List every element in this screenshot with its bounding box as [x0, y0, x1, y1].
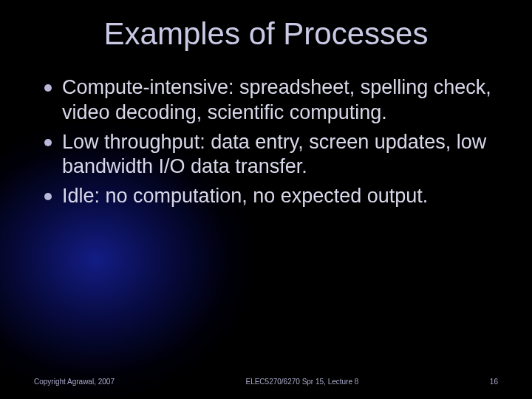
- slide-title: Examples of Processes: [0, 0, 532, 52]
- slide-body: Compute-intensive: spreadsheet, spelling…: [0, 75, 532, 209]
- footer-course: ELEC5270/6270 Spr 15, Lecture 8: [245, 378, 358, 386]
- footer-copyright: Copyright Agrawal, 2007: [34, 378, 115, 386]
- bullet-text: Idle: no computation, no expected output…: [62, 184, 428, 209]
- bullet-icon: [44, 139, 52, 146]
- footer-page-number: 16: [490, 378, 498, 386]
- bullet-icon: [44, 193, 52, 200]
- bullet-text: Compute-intensive: spreadsheet, spelling…: [62, 75, 502, 126]
- slide: Examples of Processes Compute-intensive:…: [0, 0, 532, 399]
- list-item: Low throughput: data entry, screen updat…: [44, 130, 502, 180]
- slide-footer: Copyright Agrawal, 2007 ELEC5270/6270 Sp…: [0, 378, 532, 386]
- list-item: Compute-intensive: spreadsheet, spelling…: [44, 75, 502, 126]
- list-item: Idle: no computation, no expected output…: [44, 184, 502, 209]
- bullet-text: Low throughput: data entry, screen updat…: [62, 130, 502, 180]
- bullet-icon: [44, 84, 52, 92]
